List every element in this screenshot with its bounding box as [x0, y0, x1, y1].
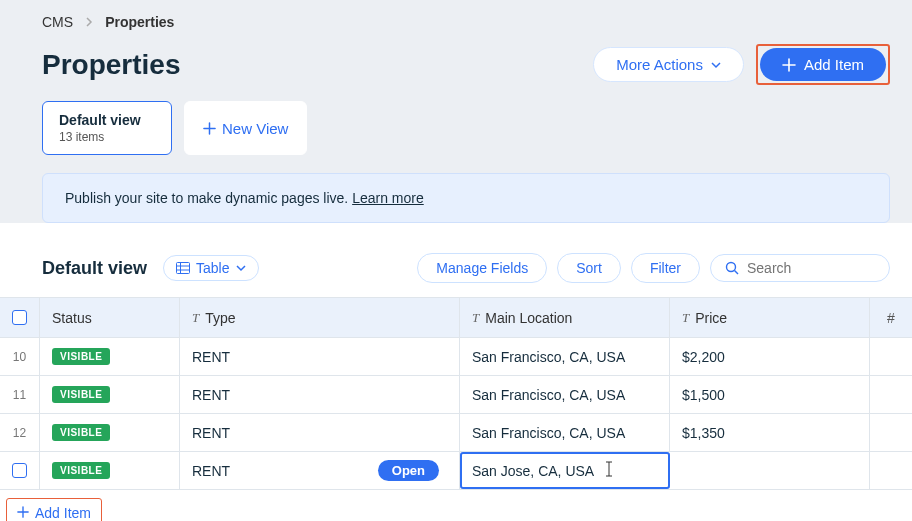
notice-text: Publish your site to make dynamic pages … [65, 190, 352, 206]
add-item-footer-button[interactable]: Add Item [6, 498, 102, 521]
publish-notice: Publish your site to make dynamic pages … [42, 173, 890, 223]
row-number-cell: 10 [0, 338, 40, 375]
add-item-footer-highlight: Add Item [0, 490, 108, 521]
type-value: RENT [192, 463, 230, 479]
filter-button[interactable]: Filter [631, 253, 700, 283]
type-cell[interactable]: RENT [180, 414, 460, 451]
location-cell[interactable]: San Francisco, CA, USA [460, 338, 670, 375]
view-card-default[interactable]: Default view 13 items [42, 101, 172, 155]
data-table: Status T Type T Main Location T Price # … [0, 297, 912, 490]
add-item-label: Add Item [804, 56, 864, 73]
breadcrumb-root[interactable]: CMS [42, 14, 73, 30]
column-type-label: Type [205, 310, 235, 326]
row-number-cell: 12 [0, 414, 40, 451]
column-price-label: Price [695, 310, 727, 326]
view-card-count: 13 items [59, 130, 155, 144]
status-badge: VISIBLE [52, 386, 110, 403]
column-price[interactable]: T Price [670, 298, 870, 337]
svg-rect-0 [177, 263, 190, 274]
table-row[interactable]: 10VISIBLERENTSan Francisco, CA, USA$2,20… [0, 338, 912, 376]
type-cell[interactable]: RENTOpen [180, 452, 460, 489]
price-cell[interactable] [670, 452, 870, 489]
row-checkbox[interactable] [12, 463, 27, 478]
text-cursor-icon [604, 461, 614, 480]
type-value: RENT [192, 349, 230, 365]
text-icon: T [472, 310, 479, 326]
table-row[interactable]: 11VISIBLERENTSan Francisco, CA, USA$1,50… [0, 376, 912, 414]
row-number-cell: 11 [0, 376, 40, 413]
location-value: San Francisco, CA, USA [472, 387, 625, 403]
column-status-label: Status [52, 310, 92, 326]
plus-icon [203, 122, 216, 135]
more-actions-button[interactable]: More Actions [593, 47, 744, 82]
add-item-highlight: Add Item [756, 44, 890, 85]
text-icon: T [192, 310, 199, 326]
breadcrumb-current: Properties [105, 14, 174, 30]
table-header-row: Status T Type T Main Location T Price # [0, 298, 912, 338]
column-location-label: Main Location [485, 310, 572, 326]
open-row-button[interactable]: Open [378, 460, 439, 481]
location-cell[interactable]: San Francisco, CA, USA [460, 414, 670, 451]
chevron-down-icon [711, 60, 721, 70]
column-extra-label: # [887, 310, 895, 326]
new-view-label: New View [222, 120, 288, 137]
table-row[interactable]: VISIBLERENTOpenSan Jose, CA, USA [0, 452, 912, 490]
price-cell[interactable]: $1,350 [670, 414, 870, 451]
extra-cell [870, 338, 912, 375]
extra-cell [870, 414, 912, 451]
status-badge: VISIBLE [52, 462, 110, 479]
search-wrap[interactable] [710, 254, 890, 282]
breadcrumb: CMS Properties [42, 10, 890, 40]
price-cell[interactable]: $1,500 [670, 376, 870, 413]
toolbar: Default view Table Manage Fields Sort Fi… [0, 241, 912, 297]
more-actions-label: More Actions [616, 56, 703, 73]
status-badge: VISIBLE [52, 348, 110, 365]
status-cell: VISIBLE [40, 376, 180, 413]
manage-fields-button[interactable]: Manage Fields [417, 253, 547, 283]
table-row[interactable]: 12VISIBLERENTSan Francisco, CA, USA$1,35… [0, 414, 912, 452]
add-item-button[interactable]: Add Item [760, 48, 886, 81]
notice-learn-more-link[interactable]: Learn more [352, 190, 424, 206]
status-badge: VISIBLE [52, 424, 110, 441]
location-cell[interactable]: San Jose, CA, USA [460, 452, 670, 489]
table-body: 10VISIBLERENTSan Francisco, CA, USA$2,20… [0, 338, 912, 490]
new-view-button[interactable]: New View [184, 101, 307, 155]
page-title: Properties [42, 49, 181, 81]
toolbar-view-title: Default view [42, 258, 147, 279]
type-value: RENT [192, 425, 230, 441]
add-item-footer-label: Add Item [35, 505, 91, 521]
table-icon [176, 262, 190, 274]
plus-icon [17, 505, 29, 521]
view-card-name: Default view [59, 112, 155, 128]
type-cell[interactable]: RENT [180, 376, 460, 413]
extra-cell [870, 452, 912, 489]
title-actions: More Actions Add Item [593, 44, 890, 85]
svg-point-4 [727, 263, 736, 272]
column-extra[interactable]: # [870, 298, 912, 337]
column-main-location[interactable]: T Main Location [460, 298, 670, 337]
search-input[interactable] [747, 260, 867, 276]
chevron-down-icon [236, 263, 246, 273]
row-number-cell [0, 452, 40, 489]
type-cell[interactable]: RENT [180, 338, 460, 375]
type-value: RENT [192, 387, 230, 403]
location-value: San Jose, CA, USA [472, 463, 594, 479]
column-status[interactable]: Status [40, 298, 180, 337]
location-value: San Francisco, CA, USA [472, 425, 625, 441]
search-icon [725, 261, 739, 275]
price-cell[interactable]: $2,200 [670, 338, 870, 375]
status-cell: VISIBLE [40, 452, 180, 489]
text-icon: T [682, 310, 689, 326]
view-mode-label: Table [196, 260, 229, 276]
column-type[interactable]: T Type [180, 298, 460, 337]
select-all-cell [0, 298, 40, 337]
view-mode-selector[interactable]: Table [163, 255, 258, 281]
chevron-right-icon [85, 14, 93, 30]
sort-button[interactable]: Sort [557, 253, 621, 283]
extra-cell [870, 376, 912, 413]
location-cell[interactable]: San Francisco, CA, USA [460, 376, 670, 413]
plus-icon [782, 58, 796, 72]
svg-line-5 [735, 271, 739, 275]
select-all-checkbox[interactable] [12, 310, 27, 325]
views-row: Default view 13 items New View [42, 101, 890, 173]
